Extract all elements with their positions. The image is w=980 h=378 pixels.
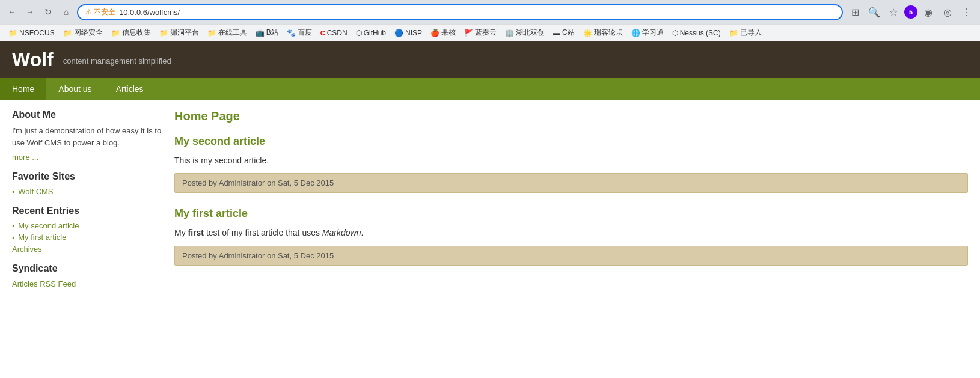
back-button[interactable]: ←	[5, 5, 19, 19]
bookmark-button[interactable]: ☆	[885, 4, 902, 20]
site-header: Wolf content management simplified	[0, 41, 980, 78]
warning-icon: ⚠	[85, 8, 92, 16]
list-item: Wolf CMS	[12, 187, 162, 196]
profile-badge[interactable]: 5	[904, 5, 917, 19]
article-first-body-italic: Markdown	[322, 228, 361, 237]
bookmark-nessus[interactable]: ⬡ Nessus (SC)	[669, 28, 724, 38]
article-second-footer: Posted by Administrator on Sat, 5 Dec 20…	[174, 173, 968, 193]
article-first-body-middle: test of my first article that uses	[204, 228, 322, 237]
wolf-cms-link[interactable]: Wolf CMS	[18, 187, 53, 196]
bookmark-nisp[interactable]: 🔵 NISP	[391, 28, 426, 38]
site-tagline: content management simplified	[63, 56, 171, 66]
about-me-title: About Me	[12, 109, 162, 120]
more-link[interactable]: more ...	[12, 153, 38, 162]
nav-about[interactable]: About us	[46, 78, 103, 100]
bookmark-github[interactable]: ⬡ GitHub	[352, 28, 390, 38]
article-first-body-prefix: My	[174, 228, 188, 237]
bookmark-ruike[interactable]: 🌟 瑞客论坛	[580, 26, 626, 39]
about-me-text: I'm just a demonstration of how easy it …	[12, 125, 162, 148]
article-first-body-bold: first	[188, 228, 204, 237]
nav-articles[interactable]: Articles	[104, 78, 156, 100]
bookmark-xuexitong[interactable]: 🌐 学习通	[628, 26, 667, 39]
article-first-body: My first test of my first article that u…	[174, 226, 968, 239]
site-branding: Wolf	[12, 49, 54, 71]
site-title: Wolf	[12, 49, 54, 71]
recent-article-1[interactable]: My first article	[18, 233, 66, 242]
bookmark-online-tools[interactable]: 📁 在线工具	[204, 26, 251, 39]
extension-button[interactable]: ◉	[920, 4, 937, 20]
recent-entries-title: Recent Entries	[12, 206, 162, 216]
site-nav: Home About us Articles	[0, 78, 980, 100]
bookmark-guohe[interactable]: 🍎 果核	[427, 26, 459, 39]
article-second: My second article This is my second arti…	[174, 135, 968, 193]
bookmark-cstation[interactable]: ▬ C站	[550, 26, 578, 39]
recent-entries-list: My second article My first article	[12, 221, 162, 242]
bookmark-imported[interactable]: 📁 已导入	[726, 26, 765, 39]
bookmarks-bar: 📁 NSFOCUS 📁 网络安全 📁 信息收集 📁 漏洞平台 📁 在线工具 📺 …	[0, 24, 980, 41]
article-first-footer: Posted by Administrator on Sat, 5 Dec 20…	[174, 246, 968, 266]
rss-link[interactable]: Articles RSS Feed	[12, 279, 76, 288]
page-title: Home Page	[174, 109, 968, 123]
favorites-title: Favorite Sites	[12, 171, 162, 182]
bookmark-bilibili[interactable]: 📺 B站	[252, 26, 282, 39]
reload-button[interactable]: ↻	[41, 5, 55, 19]
article-first: My first article My first test of my fir…	[174, 207, 968, 265]
main-content: Home Page My second article This is my s…	[174, 109, 968, 288]
bookmark-network-security[interactable]: 📁 网络安全	[60, 26, 106, 39]
article-first-body-suffix: .	[361, 228, 363, 237]
article-first-title: My first article	[174, 207, 968, 220]
favorites-list: Wolf CMS	[12, 187, 162, 196]
list-item: My second article	[12, 221, 162, 230]
security-badge: ⚠ 不安全	[85, 7, 115, 17]
bookmark-hubei[interactable]: 🏢 湖北双创	[501, 26, 548, 39]
syndicate-title: Syndicate	[12, 263, 162, 274]
sidebar: About Me I'm just a demonstration of how…	[12, 109, 162, 288]
forward-button[interactable]: →	[23, 5, 37, 19]
url-text: 10.0.0.6/wolfcms/	[119, 8, 835, 17]
bookmark-lanzou[interactable]: 🚩 蓝奏云	[461, 26, 500, 39]
zoom-button[interactable]: 🔍	[866, 4, 883, 20]
extension2-button[interactable]: ◎	[939, 4, 956, 20]
bookmark-csdn[interactable]: C CSDN	[317, 28, 351, 38]
list-item: My first article	[12, 233, 162, 242]
recent-article-2[interactable]: My second article	[18, 221, 79, 230]
browser-toolbar: ← → ↻ ⌂ ⚠ 不安全 10.0.0.6/wolfcms/ ⊞ 🔍 ☆ 5 …	[0, 0, 980, 24]
browser-chrome: ← → ↻ ⌂ ⚠ 不安全 10.0.0.6/wolfcms/ ⊞ 🔍 ☆ 5 …	[0, 0, 980, 41]
browser-actions: ⊞ 🔍 ☆ 5 ◉ ◎ ⋮	[847, 4, 975, 20]
bookmark-nsfocus[interactable]: 📁 NSFOCUS	[5, 28, 58, 38]
translate-button[interactable]: ⊞	[847, 4, 863, 20]
address-bar[interactable]: ⚠ 不安全 10.0.0.6/wolfcms/	[77, 4, 843, 20]
nav-home[interactable]: Home	[0, 78, 46, 100]
article-second-title: My second article	[174, 135, 968, 148]
article-second-body: This is my second article.	[174, 154, 968, 167]
site-body: About Me I'm just a demonstration of how…	[0, 100, 980, 298]
bookmark-baidu[interactable]: 🐾 百度	[283, 26, 316, 39]
home-button[interactable]: ⌂	[59, 5, 73, 19]
archives-link[interactable]: Archives	[12, 245, 42, 254]
bookmark-info-collection[interactable]: 📁 信息收集	[108, 26, 155, 39]
bookmark-vuln-platform[interactable]: 📁 漏洞平台	[156, 26, 203, 39]
menu-button[interactable]: ⋮	[958, 4, 975, 20]
